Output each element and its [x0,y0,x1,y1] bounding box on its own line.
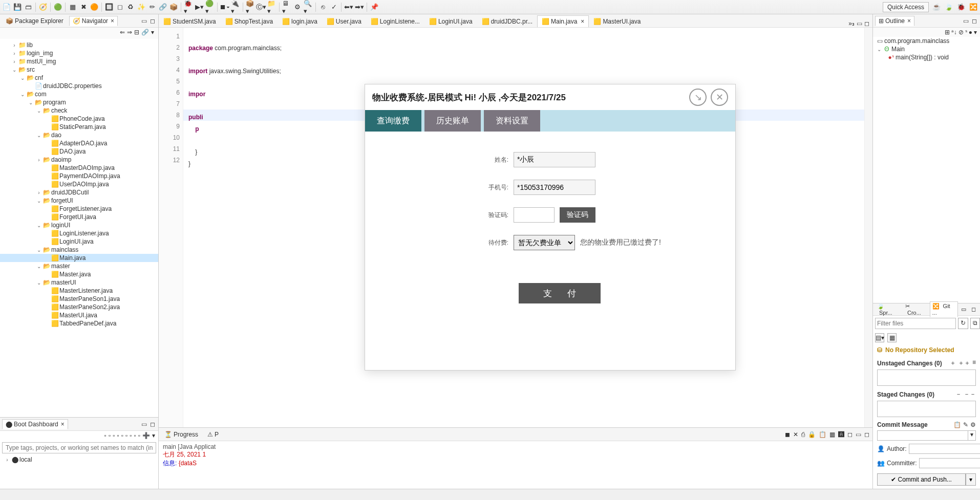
menu-icon[interactable]: ▾ [151,29,154,38]
editor-tab[interactable]: 🟨LoginListene... [366,15,424,27]
nav-fwd-icon[interactable]: ⇒ [127,29,132,38]
committer-input[interactable] [919,458,980,468]
tree-item[interactable]: 🟨MasterUI.java [0,311,158,319]
max-icon[interactable]: ◻ [149,17,156,25]
tree-item[interactable]: ⌄📂cnf [0,74,158,82]
tab-outline[interactable]: ⊞ Outline × [875,16,914,26]
ext-icon[interactable]: 🔌▾ [231,3,240,12]
commit-push-button[interactable]: ✔ Commit and Push... [877,473,966,486]
stop2-icon[interactable]: ⏹▾ [220,3,229,12]
tab-git[interactable]: 🔀 Git ... [930,301,958,317]
quick-access[interactable]: Quick Access [883,2,929,12]
coverage-icon[interactable]: 🟢▾ [205,3,215,12]
tree-item[interactable]: ⌄📂check [0,106,158,115]
tab-query-pay[interactable]: 查询缴费 [365,110,421,132]
tree-item[interactable]: 🟨MasterListener.java [0,287,158,295]
min-icon[interactable]: ▭ [140,17,148,25]
compare-icon[interactable]: ⧉ [970,318,980,329]
tree-item[interactable]: 🟨MasterDAOImp.java [0,164,158,172]
tab-navigator[interactable]: 🧭 Navigator × [69,16,118,26]
nav-back-icon[interactable]: ⇐ [120,29,125,38]
tree-item[interactable]: ⌄📂mainclass [0,246,158,254]
grid-icon[interactable]: ▦ [68,3,77,12]
tree-item[interactable]: ⌄📂program [0,98,158,106]
tab-progress[interactable]: ⏳ Progress [161,429,202,440]
new-pkg-icon[interactable]: 📦▾ [246,3,255,12]
editor-tab[interactable]: 🟨MasterUI.java [589,15,645,27]
back-icon[interactable]: ⬅▾ [344,3,353,12]
tree-item[interactable]: 🟨Main.java [0,254,158,262]
tree-item[interactable]: 🟨ForgetUI.java [0,213,158,221]
outline-method[interactable]: ●ˢmain(String[]) : void [873,53,980,61]
toggle2-icon[interactable]: ✓ [329,3,338,12]
staged-box[interactable] [877,401,976,417]
tree-item[interactable]: 🟨AdapterDAO.java [0,139,158,147]
save-icon[interactable]: 💾 [13,3,22,12]
due-select[interactable]: 暂无欠费业单 [514,235,575,250]
git-filter-input[interactable] [875,318,956,329]
persp-debug-icon[interactable]: 🐞 [956,3,966,12]
editor-tab[interactable]: 🟨StudentSM.java [159,15,221,27]
collapse-icon[interactable]: ⊟ [134,29,139,38]
tab-spring[interactable]: 🍃 Spr... [875,302,902,317]
close-icon[interactable]: × [111,17,114,25]
editor-tab[interactable]: 🟨druidJDBC.pr... [477,15,537,27]
tree-item[interactable]: 🟨UserDAOImp.java [0,180,158,188]
tree-item[interactable]: ⌄📂src [0,66,158,74]
cog-icon[interactable]: ⚙ [293,3,302,12]
code-field[interactable] [514,207,555,223]
max-icon[interactable]: ◻ [149,421,156,428]
tree-item[interactable]: 🟨TabbedPaneDef.java [0,319,158,328]
tree-item[interactable]: ⌄📂loginUI [0,221,158,229]
outline-package[interactable]: ▭com.program.mainclass [873,37,980,45]
tree-item[interactable]: ›📁login_img [0,49,158,57]
overflow-icon[interactable]: »₃ [848,20,855,27]
close-icon[interactable]: × [581,18,584,25]
run-icon[interactable]: ▶▾ [195,3,204,12]
close-icon[interactable]: × [61,421,65,428]
tree-item[interactable]: ⌄📂masterUI [0,278,158,287]
tree-item[interactable]: 🟨PhoneCode.java [0,115,158,123]
boot-icon[interactable]: 🟢 [53,3,62,12]
outline-class[interactable]: ⌄ΘMain [873,45,980,53]
tab-package-explorer[interactable]: 📦 Package Explorer [2,16,67,26]
debug-icon[interactable]: 🐞▾ [184,3,193,12]
close-icon[interactable]: ✕ [711,89,728,106]
pencil-icon[interactable]: ✏ [147,3,157,12]
marquee-icon[interactable]: ◻ [115,3,124,12]
tab-problems[interactable]: ⚠ P [204,429,222,440]
unstaged-box[interactable] [877,369,976,386]
tree-item[interactable]: 🟨ForgetListener.java [0,205,158,213]
commit-dropdown[interactable]: ▾ [966,473,976,486]
persp-java-icon[interactable]: ☕ [932,3,941,12]
toggle1-icon[interactable]: ⎋ [318,3,328,12]
tree-item[interactable]: ⌄📂com [0,90,158,98]
tab-profile[interactable]: 资料设置 [484,110,540,132]
editor-body[interactable]: 123456789101112 package com.program.main… [159,28,872,427]
pin-icon[interactable]: 📌 [370,3,379,12]
tree-item[interactable]: ⌄📂dao [0,131,158,139]
tree-item[interactable]: 🟨LoginUI.java [0,237,158,246]
tree-item[interactable]: 🟨DAO.java [0,147,158,156]
new-icon[interactable]: 📄 [2,3,11,12]
overview-ruler[interactable] [864,28,872,427]
get-code-button[interactable]: 验证码 [560,207,595,223]
max-icon[interactable]: ◻ [864,20,869,27]
pay-button[interactable]: 支付 [519,283,601,303]
refresh-icon[interactable]: ↻ [958,318,968,329]
close-icon[interactable]: × [907,17,911,25]
editor-tab[interactable]: 🟨ShopTest.java [221,15,278,27]
server-icon[interactable]: 🖥▾ [282,3,291,12]
boot-filter-input[interactable] [2,442,156,453]
tree-item[interactable]: 🟨MasterPaneSon1.java [0,295,158,303]
tab-crosscut[interactable]: ✂ Cro... [903,302,929,317]
persp-spring-icon[interactable]: 🍃 [944,3,953,12]
tab-history[interactable]: 历史账单 [424,110,481,132]
min-icon[interactable]: ▭ [857,20,862,27]
bd-icon[interactable]: ▫ [104,432,106,439]
tree-item[interactable]: ⌄📂master [0,262,158,270]
wand-icon[interactable]: ✨ [137,3,146,12]
refresh-icon[interactable]: ♻ [126,3,135,12]
toggle1[interactable]: ▤▾ [875,333,884,342]
toggle2[interactable]: ▦ [887,333,897,342]
